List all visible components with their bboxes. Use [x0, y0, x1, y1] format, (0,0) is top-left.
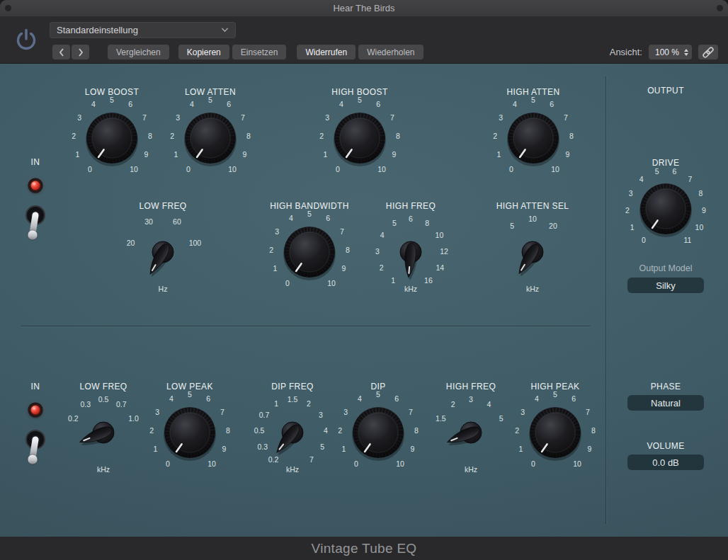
- volume-button[interactable]: 0.0 dB: [627, 455, 704, 470]
- plugin-window: Hear The Birds Standardeinstellung Vergl…: [0, 0, 728, 560]
- compare-button[interactable]: Vergleichen: [108, 45, 169, 59]
- svg-text:0: 0: [186, 165, 190, 173]
- next-preset-button[interactable]: [72, 45, 89, 59]
- svg-text:7: 7: [241, 113, 245, 122]
- svg-text:6: 6: [326, 214, 330, 222]
- svg-text:6: 6: [206, 394, 210, 403]
- redo-button[interactable]: Wiederholen: [358, 45, 423, 59]
- svg-text:1: 1: [274, 399, 278, 408]
- svg-text:7: 7: [688, 175, 692, 183]
- high-atten-sel-knob[interactable]: HIGH ATTEN SEL51020kHz: [472, 201, 593, 307]
- svg-text:6: 6: [394, 394, 399, 403]
- svg-text:3: 3: [343, 408, 348, 416]
- svg-text:8: 8: [591, 426, 596, 435]
- plugin-header: Standardeinstellung Vergleichen Kopieren…: [0, 17, 728, 64]
- svg-text:1.5: 1.5: [436, 414, 446, 423]
- svg-text:3: 3: [469, 395, 473, 404]
- preset-dropdown[interactable]: Standardeinstellung: [50, 22, 236, 38]
- paste-button[interactable]: Einsetzen: [232, 45, 287, 59]
- high-atten-knob[interactable]: HIGH ATTEN012345678910: [473, 87, 593, 193]
- window-control-left[interactable]: [5, 5, 11, 11]
- undo-button[interactable]: Widerrufen: [297, 45, 356, 59]
- output-label: OUTPUT: [647, 86, 684, 96]
- svg-text:kHz: kHz: [286, 465, 299, 474]
- window-control-right[interactable]: [717, 5, 723, 11]
- svg-text:8: 8: [425, 219, 429, 227]
- drive-knob[interactable]: DRIVE01234567891011: [605, 158, 726, 264]
- output-model-button[interactable]: Silky: [627, 278, 704, 293]
- svg-text:5: 5: [110, 96, 114, 104]
- high-peak-knob[interactable]: HIGH PEAK012345678910: [495, 382, 615, 488]
- svg-text:30: 30: [144, 217, 153, 226]
- low-freq-select-knob[interactable]: LOW FREQ203060100Hz: [103, 201, 223, 307]
- low-atten-knob[interactable]: LOW ATTEN012345678910: [150, 87, 271, 193]
- svg-text:3: 3: [176, 113, 180, 122]
- svg-text:7: 7: [586, 408, 590, 416]
- svg-text:60: 60: [173, 217, 181, 226]
- svg-text:2: 2: [451, 400, 455, 408]
- svg-text:1: 1: [76, 150, 80, 159]
- svg-text:3: 3: [155, 408, 159, 416]
- eqp-in-toggle-switch[interactable]: [19, 201, 52, 246]
- zoom-stepper[interactable]: [684, 49, 688, 56]
- power-button[interactable]: [12, 26, 40, 55]
- svg-text:1: 1: [519, 445, 523, 453]
- view-cluster: Ansicht: 100 %: [610, 45, 718, 59]
- svg-text:3: 3: [499, 113, 503, 122]
- high-boost-knob[interactable]: HIGH BOOST012345678910: [300, 87, 420, 193]
- led-core: [31, 406, 40, 415]
- svg-text:0: 0: [88, 165, 92, 173]
- high-freq-select-knob[interactable]: HIGH FREQ123456810121416kHz: [351, 201, 471, 307]
- svg-text:9: 9: [702, 206, 706, 215]
- svg-text:9: 9: [222, 445, 227, 453]
- svg-text:10: 10: [377, 165, 386, 173]
- chevron-right-icon: [78, 48, 84, 57]
- svg-text:1: 1: [391, 276, 395, 285]
- svg-text:8: 8: [346, 246, 350, 254]
- svg-text:5: 5: [553, 390, 557, 399]
- svg-text:0.5: 0.5: [98, 395, 109, 404]
- svg-text:3: 3: [521, 408, 525, 416]
- window-title: Hear The Birds: [333, 3, 394, 13]
- svg-text:2: 2: [307, 399, 311, 408]
- svg-text:8: 8: [698, 189, 703, 198]
- svg-text:8: 8: [246, 132, 251, 140]
- plugin-footer: Vintage Tube EQ: [0, 537, 728, 560]
- copy-button[interactable]: Kopieren: [178, 45, 229, 59]
- svg-text:5: 5: [510, 222, 514, 230]
- zoom-control[interactable]: 100 %: [649, 45, 692, 59]
- svg-text:4: 4: [91, 100, 96, 108]
- svg-text:5: 5: [208, 96, 212, 104]
- svg-text:4: 4: [339, 100, 343, 108]
- power-icon: [13, 28, 39, 53]
- svg-text:0: 0: [336, 165, 340, 173]
- svg-text:1: 1: [342, 445, 346, 453]
- svg-text:3: 3: [325, 113, 329, 122]
- svg-text:7: 7: [142, 113, 147, 122]
- section-divider: [21, 326, 590, 326]
- svg-text:0.7: 0.7: [116, 400, 127, 408]
- svg-text:10: 10: [327, 279, 336, 287]
- svg-text:6: 6: [376, 100, 380, 108]
- svg-text:1.5: 1.5: [288, 395, 298, 404]
- link-button[interactable]: [698, 45, 718, 59]
- svg-text:4: 4: [169, 394, 174, 403]
- svg-text:10: 10: [551, 165, 559, 173]
- svg-text:2: 2: [269, 246, 273, 254]
- chevron-down-icon: [221, 28, 229, 33]
- svg-text:8: 8: [569, 132, 574, 140]
- svg-text:4: 4: [358, 394, 362, 403]
- svg-text:20: 20: [127, 239, 135, 247]
- previous-preset-button[interactable]: [52, 45, 70, 59]
- svg-text:10: 10: [528, 215, 537, 223]
- svg-text:10: 10: [396, 459, 404, 468]
- svg-text:2: 2: [338, 426, 342, 435]
- svg-text:6: 6: [550, 100, 554, 108]
- svg-text:4: 4: [487, 400, 491, 408]
- svg-text:0: 0: [531, 459, 535, 468]
- chevron-left-icon: [59, 48, 64, 57]
- phase-button[interactable]: Natural: [627, 395, 704, 411]
- svg-text:9: 9: [342, 264, 346, 273]
- led-core: [31, 181, 40, 190]
- svg-text:16: 16: [424, 276, 433, 285]
